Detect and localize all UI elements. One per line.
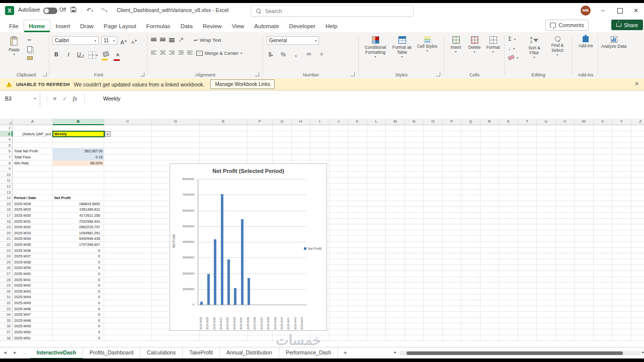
- column-header-D[interactable]: D: [152, 119, 200, 125]
- row-header-23[interactable]: 23: [0, 248, 13, 254]
- cell-A20[interactable]: 2025-W33: [13, 230, 53, 236]
- row-header-8[interactable]: 8: [0, 160, 13, 166]
- sheet-nav-back-icon[interactable]: ◄: [0, 347, 10, 358]
- cell-A19[interactable]: 2025-W32: [13, 224, 53, 230]
- shrink-font-button[interactable]: A▼: [130, 37, 138, 45]
- column-header-U[interactable]: U: [537, 119, 556, 125]
- row-header-2[interactable]: 2: [0, 125, 13, 131]
- cell-B32[interactable]: 0: [53, 300, 104, 306]
- ribbon-tab-developer[interactable]: Developer: [284, 20, 320, 32]
- new-sheet-button[interactable]: +: [338, 347, 352, 358]
- sort-filter-button[interactable]: AZ Sort & Filter▾: [523, 36, 545, 59]
- ribbon-tab-home[interactable]: Home: [24, 20, 51, 32]
- cell-A26[interactable]: 2025-W39: [13, 265, 53, 271]
- cell-B3[interactable]: Weekly: [53, 131, 104, 137]
- cell-A31[interactable]: 2025-W44: [13, 294, 53, 300]
- cell-A33[interactable]: 2025-W46: [13, 306, 53, 312]
- sheet-tab-profits_dashboard[interactable]: Profits_Dashboard: [83, 347, 140, 358]
- row-header-24[interactable]: 24: [0, 253, 13, 259]
- cell-A17[interactable]: 2025-W30: [13, 213, 53, 219]
- cell-A8[interactable]: Win Rate: [13, 160, 53, 166]
- insert-cells-button[interactable]: Insert▾: [447, 36, 465, 54]
- search-box[interactable]: [251, 5, 414, 17]
- fill-button[interactable]: ↓▾: [508, 46, 515, 51]
- sheet-nav-forward-icon[interactable]: ►: [10, 347, 20, 358]
- row-header-22[interactable]: 22: [0, 242, 13, 248]
- maximize-button[interactable]: [612, 3, 628, 18]
- undo-button[interactable]: ↶▾: [87, 7, 93, 14]
- ribbon-tab-file[interactable]: File: [4, 20, 24, 32]
- column-header-Q[interactable]: Q: [461, 119, 480, 125]
- align-center-button[interactable]: [160, 51, 166, 55]
- cell-B29[interactable]: 0: [53, 283, 104, 289]
- row-header-13[interactable]: 13: [0, 190, 13, 196]
- row-header-11[interactable]: 11: [0, 177, 13, 184]
- format-painter-button[interactable]: [27, 56, 33, 60]
- minimize-button[interactable]: –: [595, 3, 611, 18]
- cell-B37[interactable]: 0: [53, 329, 104, 335]
- cell-B35[interactable]: 0: [53, 318, 104, 324]
- horizontal-scrollbar-thumb[interactable]: [407, 351, 623, 355]
- row-header-19[interactable]: 19: [0, 224, 13, 230]
- add-ins-button[interactable]: Add-ins: [576, 36, 596, 49]
- cell-B23[interactable]: 0: [53, 248, 104, 254]
- cell-B8[interactable]: 68.00%: [53, 160, 104, 166]
- row-header-6[interactable]: 6: [0, 148, 13, 154]
- cell-A25[interactable]: 2025-W38: [13, 259, 53, 265]
- ribbon-tab-data[interactable]: Data: [176, 20, 198, 32]
- row-header-31[interactable]: 31: [0, 294, 13, 300]
- sheet-tab-takeprofit[interactable]: TakeProfit: [183, 347, 220, 358]
- cell-B6[interactable]: 562,067.00: [53, 148, 104, 154]
- cell-A6[interactable]: Total Net Profit: [13, 148, 53, 154]
- ribbon-tab-draw[interactable]: Draw: [75, 20, 99, 32]
- styles-dialog-launcher[interactable]: [436, 72, 440, 76]
- column-header-B[interactable]: B: [53, 119, 104, 125]
- clipboard-dialog-launcher[interactable]: [43, 72, 47, 76]
- column-header-C[interactable]: C: [104, 119, 152, 125]
- align-right-button[interactable]: [169, 51, 175, 55]
- column-header-Y[interactable]: Y: [612, 119, 631, 125]
- autosave-toggle[interactable]: [43, 8, 57, 14]
- cell-A14[interactable]: Period / Date: [13, 195, 53, 201]
- column-header-I[interactable]: I: [310, 119, 330, 125]
- row-header-35[interactable]: 35: [0, 318, 13, 324]
- ribbon-tab-insert[interactable]: Insert: [50, 20, 75, 32]
- column-header-M[interactable]: M: [386, 119, 405, 125]
- accounting-format-button[interactable]: $▾: [267, 50, 275, 58]
- ribbon-tab-automate[interactable]: Automate: [249, 20, 284, 32]
- number-format-combo[interactable]: General▾: [267, 36, 319, 45]
- period-dropdown-button[interactable]: ▾: [105, 131, 111, 137]
- copy-button[interactable]: [27, 46, 32, 52]
- hscroll-right-arrow[interactable]: ►: [641, 350, 644, 354]
- column-header-R[interactable]: R: [480, 119, 500, 125]
- row-header-17[interactable]: 17: [0, 213, 13, 219]
- sheet-list-ellipsis[interactable]: …: [20, 347, 30, 358]
- comments-button[interactable]: Comments: [545, 20, 589, 31]
- cell-A18[interactable]: 2025-W31: [13, 219, 53, 225]
- cell-A35[interactable]: 2025-W48: [13, 318, 53, 324]
- cell-B31[interactable]: 0: [53, 294, 104, 300]
- sheet-tab-annual_distribution[interactable]: Annual_Distribution: [220, 347, 279, 358]
- cell-styles-button[interactable]: Cell Styles▾: [416, 36, 439, 53]
- cell-A29[interactable]: 2025-W42: [13, 283, 53, 289]
- column-header-H[interactable]: H: [292, 119, 311, 125]
- increase-indent-button[interactable]: [187, 51, 193, 55]
- sheet-tab-calculations[interactable]: Calculations: [140, 347, 183, 358]
- clear-button[interactable]: ▾: [508, 56, 518, 59]
- row-header-28[interactable]: 28: [0, 277, 13, 283]
- align-top-button[interactable]: [151, 38, 156, 42]
- cell-B14[interactable]: Net Profit: [53, 195, 104, 201]
- column-header-N[interactable]: N: [405, 119, 424, 125]
- cell-A28[interactable]: 2025-W41: [13, 277, 53, 283]
- column-header-J[interactable]: J: [330, 119, 349, 125]
- borders-button[interactable]: ▾: [89, 50, 98, 58]
- ribbon-tab-page-layout[interactable]: Page Layout: [99, 20, 141, 32]
- row-header-10[interactable]: 10: [0, 172, 13, 178]
- message-bar-close-icon[interactable]: ✕: [635, 81, 639, 86]
- cell-B20[interactable]: 1054581.251: [53, 230, 104, 236]
- embedded-chart[interactable]: Net Profit (Selected Period) Net Profit …: [170, 163, 327, 331]
- confirm-entry-icon[interactable]: ✓: [60, 91, 69, 107]
- font-dialog-launcher[interactable]: [140, 72, 144, 76]
- cell-A30[interactable]: 2025-W43: [13, 289, 53, 295]
- row-header-4[interactable]: 4: [0, 137, 13, 143]
